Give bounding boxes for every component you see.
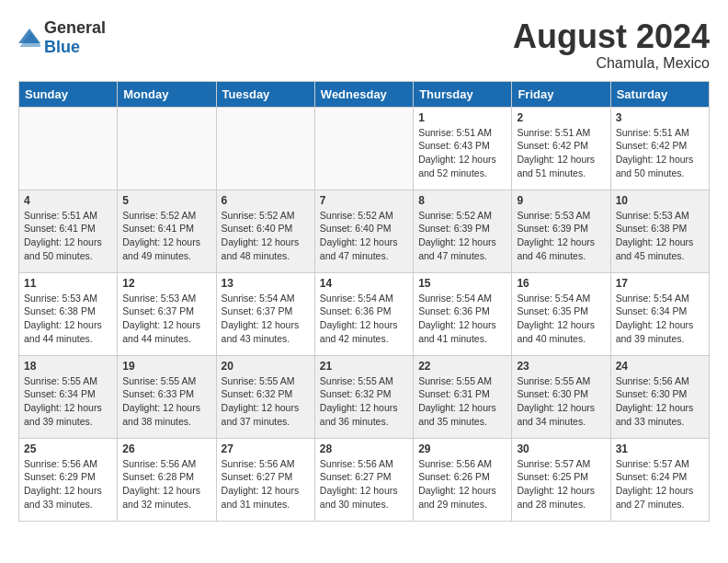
day-info: Sunrise: 5:57 AM Sunset: 6:24 PM Dayligh…: [616, 457, 704, 511]
calendar-cell: 19Sunrise: 5:55 AM Sunset: 6:33 PM Dayli…: [118, 355, 216, 438]
calendar-cell: 2Sunrise: 5:51 AM Sunset: 6:42 PM Daylig…: [512, 107, 610, 190]
calendar-cell: 23Sunrise: 5:55 AM Sunset: 6:30 PM Dayli…: [512, 355, 610, 438]
weekday-header-row: Sunday Monday Tuesday Wednesday Thursday…: [19, 81, 710, 107]
day-info: Sunrise: 5:53 AM Sunset: 6:38 PM Dayligh…: [616, 209, 704, 263]
day-info: Sunrise: 5:51 AM Sunset: 6:42 PM Dayligh…: [616, 126, 704, 180]
day-number: 29: [418, 442, 506, 455]
week-row-4: 18Sunrise: 5:55 AM Sunset: 6:34 PM Dayli…: [19, 355, 710, 438]
day-info: Sunrise: 5:52 AM Sunset: 6:40 PM Dayligh…: [222, 209, 310, 263]
day-info: Sunrise: 5:52 AM Sunset: 6:39 PM Dayligh…: [418, 209, 506, 263]
day-number: 12: [122, 277, 210, 290]
calendar-cell: 15Sunrise: 5:54 AM Sunset: 6:36 PM Dayli…: [414, 272, 512, 355]
title-area: August 2024 Chamula, Mexico: [513, 18, 710, 72]
day-info: Sunrise: 5:51 AM Sunset: 6:42 PM Dayligh…: [517, 126, 605, 180]
day-number: 13: [222, 277, 310, 290]
day-info: Sunrise: 5:57 AM Sunset: 6:25 PM Dayligh…: [517, 457, 605, 511]
day-number: 8: [418, 194, 506, 207]
day-info: Sunrise: 5:55 AM Sunset: 6:30 PM Dayligh…: [517, 374, 605, 429]
day-number: 14: [320, 277, 408, 290]
day-number: 16: [517, 277, 605, 290]
calendar-cell: 14Sunrise: 5:54 AM Sunset: 6:36 PM Dayli…: [314, 272, 413, 355]
day-number: 7: [320, 194, 408, 207]
calendar-cell: 25Sunrise: 5:56 AM Sunset: 6:29 PM Dayli…: [19, 438, 118, 521]
day-number: 21: [320, 360, 408, 373]
month-year-title: August 2024: [513, 18, 710, 55]
day-number: 17: [616, 277, 704, 290]
calendar-cell: 4Sunrise: 5:51 AM Sunset: 6:41 PM Daylig…: [19, 190, 118, 272]
day-number: 15: [418, 277, 506, 290]
week-row-5: 25Sunrise: 5:56 AM Sunset: 6:29 PM Dayli…: [19, 438, 710, 521]
week-row-1: 1Sunrise: 5:51 AM Sunset: 6:43 PM Daylig…: [19, 107, 710, 190]
calendar-cell: 22Sunrise: 5:55 AM Sunset: 6:31 PM Dayli…: [414, 355, 512, 438]
logo-blue: Blue: [44, 38, 80, 56]
day-info: Sunrise: 5:52 AM Sunset: 6:40 PM Dayligh…: [320, 209, 408, 263]
calendar-cell: 7Sunrise: 5:52 AM Sunset: 6:40 PM Daylig…: [314, 190, 413, 272]
day-info: Sunrise: 5:51 AM Sunset: 6:43 PM Dayligh…: [418, 126, 506, 180]
day-info: Sunrise: 5:55 AM Sunset: 6:34 PM Dayligh…: [24, 374, 112, 429]
calendar-cell: [314, 107, 413, 190]
day-info: Sunrise: 5:53 AM Sunset: 6:39 PM Dayligh…: [517, 209, 605, 263]
day-number: 31: [616, 442, 704, 455]
day-number: 11: [24, 277, 112, 290]
day-number: 4: [24, 194, 112, 207]
calendar-cell: 12Sunrise: 5:53 AM Sunset: 6:37 PM Dayli…: [118, 272, 216, 355]
day-info: Sunrise: 5:55 AM Sunset: 6:32 PM Dayligh…: [222, 374, 310, 429]
day-number: 27: [222, 442, 310, 455]
calendar-cell: 16Sunrise: 5:54 AM Sunset: 6:35 PM Dayli…: [512, 272, 610, 355]
day-info: Sunrise: 5:52 AM Sunset: 6:41 PM Dayligh…: [122, 209, 210, 263]
calendar-cell: 9Sunrise: 5:53 AM Sunset: 6:39 PM Daylig…: [512, 190, 610, 272]
calendar-cell: 21Sunrise: 5:55 AM Sunset: 6:32 PM Dayli…: [314, 355, 413, 438]
calendar-cell: 27Sunrise: 5:56 AM Sunset: 6:27 PM Dayli…: [216, 438, 314, 521]
logo-text: General Blue: [44, 18, 106, 57]
calendar-body: 1Sunrise: 5:51 AM Sunset: 6:43 PM Daylig…: [19, 107, 710, 521]
week-row-3: 11Sunrise: 5:53 AM Sunset: 6:38 PM Dayli…: [19, 272, 710, 355]
calendar-cell: 30Sunrise: 5:57 AM Sunset: 6:25 PM Dayli…: [512, 438, 610, 521]
day-number: 28: [320, 442, 408, 455]
header: General Blue August 2024 Chamula, Mexico: [18, 18, 710, 72]
day-info: Sunrise: 5:55 AM Sunset: 6:33 PM Dayligh…: [122, 374, 210, 429]
calendar-cell: 29Sunrise: 5:56 AM Sunset: 6:26 PM Dayli…: [414, 438, 512, 521]
header-saturday: Saturday: [610, 81, 709, 107]
week-row-2: 4Sunrise: 5:51 AM Sunset: 6:41 PM Daylig…: [19, 190, 710, 272]
header-sunday: Sunday: [19, 81, 118, 107]
calendar-header: Sunday Monday Tuesday Wednesday Thursday…: [19, 81, 710, 107]
calendar-cell: 3Sunrise: 5:51 AM Sunset: 6:42 PM Daylig…: [610, 107, 709, 190]
day-number: 22: [418, 360, 506, 373]
day-info: Sunrise: 5:54 AM Sunset: 6:36 PM Dayligh…: [320, 292, 408, 346]
calendar-cell: 31Sunrise: 5:57 AM Sunset: 6:24 PM Dayli…: [610, 438, 709, 521]
calendar-cell: 17Sunrise: 5:54 AM Sunset: 6:34 PM Dayli…: [610, 272, 709, 355]
header-wednesday: Wednesday: [314, 81, 413, 107]
day-number: 25: [24, 442, 112, 455]
calendar-cell: 24Sunrise: 5:56 AM Sunset: 6:30 PM Dayli…: [610, 355, 709, 438]
day-info: Sunrise: 5:56 AM Sunset: 6:29 PM Dayligh…: [24, 457, 112, 511]
day-info: Sunrise: 5:56 AM Sunset: 6:30 PM Dayligh…: [616, 374, 704, 429]
logo-general: General: [44, 18, 106, 37]
header-friday: Friday: [512, 81, 610, 107]
day-number: 1: [418, 111, 506, 124]
day-number: 18: [24, 360, 112, 373]
logo-icon: [18, 29, 40, 47]
day-number: 3: [616, 111, 704, 124]
calendar-cell: [118, 107, 216, 190]
logo: General Blue: [18, 18, 106, 57]
day-number: 23: [517, 360, 605, 373]
day-info: Sunrise: 5:56 AM Sunset: 6:28 PM Dayligh…: [122, 457, 210, 511]
location-subtitle: Chamula, Mexico: [513, 55, 710, 72]
day-info: Sunrise: 5:51 AM Sunset: 6:41 PM Dayligh…: [24, 209, 112, 263]
day-info: Sunrise: 5:54 AM Sunset: 6:35 PM Dayligh…: [517, 292, 605, 346]
day-number: 9: [517, 194, 605, 207]
day-info: Sunrise: 5:54 AM Sunset: 6:37 PM Dayligh…: [222, 292, 310, 346]
day-info: Sunrise: 5:53 AM Sunset: 6:37 PM Dayligh…: [122, 292, 210, 346]
day-number: 26: [122, 442, 210, 455]
calendar-cell: 5Sunrise: 5:52 AM Sunset: 6:41 PM Daylig…: [118, 190, 216, 272]
day-number: 5: [122, 194, 210, 207]
day-number: 24: [616, 360, 704, 373]
header-thursday: Thursday: [414, 81, 512, 107]
calendar-cell: 18Sunrise: 5:55 AM Sunset: 6:34 PM Dayli…: [19, 355, 118, 438]
calendar-cell: 28Sunrise: 5:56 AM Sunset: 6:27 PM Dayli…: [314, 438, 413, 521]
calendar-cell: 6Sunrise: 5:52 AM Sunset: 6:40 PM Daylig…: [216, 190, 314, 272]
day-info: Sunrise: 5:56 AM Sunset: 6:27 PM Dayligh…: [222, 457, 310, 511]
calendar-cell: 11Sunrise: 5:53 AM Sunset: 6:38 PM Dayli…: [19, 272, 118, 355]
calendar-cell: 26Sunrise: 5:56 AM Sunset: 6:28 PM Dayli…: [118, 438, 216, 521]
calendar-cell: 13Sunrise: 5:54 AM Sunset: 6:37 PM Dayli…: [216, 272, 314, 355]
